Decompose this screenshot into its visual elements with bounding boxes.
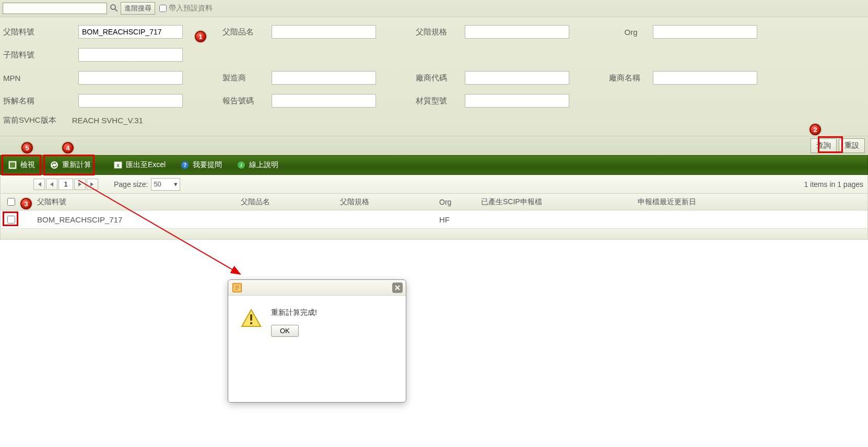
- label-report-no: 報告號碼: [219, 96, 272, 106]
- refresh-icon: [50, 160, 59, 170]
- pager-prev-button[interactable]: [46, 179, 57, 190]
- page-size-select[interactable]: 50 ▾: [151, 178, 180, 191]
- chevron-down-icon: ▾: [174, 180, 178, 188]
- pager-next-button[interactable]: [74, 179, 86, 190]
- ask-label: 我要提問: [193, 160, 222, 170]
- svg-text:?: ?: [183, 162, 186, 168]
- disasm-name-input[interactable]: [78, 94, 183, 108]
- annotation-1: 1: [195, 31, 206, 42]
- material-model-input[interactable]: [465, 94, 569, 108]
- question-icon: ?: [180, 160, 190, 170]
- report-no-input[interactable]: [272, 94, 376, 108]
- query-button[interactable]: 查詢: [811, 138, 837, 153]
- current-svhc-value: REACH SVHC_V.31: [72, 116, 143, 125]
- svg-point-0: [111, 5, 115, 9]
- export-excel-label: 匯出至Excel: [126, 160, 166, 170]
- recalc-label: 重新計算: [62, 160, 91, 170]
- col-scip-gen[interactable]: 已產生SCIP申報檔: [481, 197, 638, 207]
- excel-icon: X: [113, 160, 123, 170]
- grid-header: 父階料號 父階品名 父階規格 Org 已產生SCIP申報檔 申報檔最近更新日: [0, 194, 868, 210]
- label-manufacturer: 製造商: [219, 73, 272, 83]
- ask-question-button[interactable]: ? 我要提問: [173, 156, 229, 174]
- label-org: Org: [606, 28, 653, 37]
- vendor-name-input[interactable]: [653, 71, 757, 85]
- export-excel-button[interactable]: X 匯出至Excel: [106, 156, 173, 174]
- view-label: 檢視: [20, 160, 35, 170]
- load-default-checkbox[interactable]: [159, 5, 167, 12]
- annotation-5: 5: [21, 142, 33, 154]
- table-row[interactable]: 3 BOM_REACHSCIP_717 HF: [0, 210, 868, 228]
- view-icon: [8, 160, 17, 170]
- annotation-4: 4: [62, 142, 74, 154]
- cell-org: HF: [439, 215, 481, 224]
- advanced-search-button[interactable]: 進階搜尋: [121, 2, 155, 15]
- org-input[interactable]: [653, 25, 757, 39]
- pager-page-input[interactable]: [58, 179, 73, 190]
- label-vendor-code: 廠商代碼: [413, 73, 465, 83]
- info-icon: i: [237, 160, 246, 170]
- parent-spec-input[interactable]: [465, 25, 569, 39]
- col-org[interactable]: Org: [439, 198, 481, 206]
- pager-row: Page size: 50 ▾ 1 items in 1 pages: [0, 175, 868, 194]
- select-all-checkbox[interactable]: [7, 198, 15, 206]
- label-current-svhc: 當前SVHC版本: [3, 115, 56, 125]
- online-help-button[interactable]: i 線上說明: [229, 156, 286, 174]
- svg-text:i: i: [241, 162, 242, 168]
- col-parent-pn[interactable]: 父階料號: [21, 197, 241, 207]
- view-button[interactable]: 檢視: [1, 156, 42, 174]
- svg-text:X: X: [116, 163, 120, 168]
- annotation-3: 3: [20, 198, 32, 209]
- query-bar: 2 查詢 重設: [0, 136, 868, 155]
- label-material-model: 材質型號: [413, 96, 465, 106]
- pager-items-info: 1 items in 1 pages: [804, 180, 863, 189]
- row-checkbox[interactable]: [7, 216, 15, 224]
- mpn-input[interactable]: [78, 71, 183, 85]
- results-toolbar: 5 4 檢視 重新計算 X 匯出至Excel ? 我要提問 i 線上說明: [0, 155, 868, 175]
- cell-parent-pn: BOM_REACHSCIP_717: [21, 215, 241, 224]
- svg-rect-3: [10, 162, 15, 168]
- col-parent-spec[interactable]: 父階規格: [340, 197, 439, 207]
- grid-footer: [0, 228, 868, 240]
- pager-first-button[interactable]: [33, 179, 45, 190]
- col-parent-name[interactable]: 父階品名: [241, 197, 340, 207]
- label-vendor-name: 廠商名稱: [606, 73, 653, 83]
- child-pn-input[interactable]: [78, 48, 183, 62]
- manufacturer-input[interactable]: [272, 71, 376, 85]
- load-default-text: 帶入預設資料: [169, 4, 213, 13]
- vendor-code-input[interactable]: [465, 71, 569, 85]
- svg-point-4: [51, 161, 58, 169]
- help-label: 線上說明: [249, 160, 278, 170]
- label-parent-spec: 父階規格: [413, 27, 465, 37]
- load-default-label: 帶入預設資料: [159, 4, 213, 13]
- label-child-pn: 子階料號: [0, 50, 78, 60]
- label-mpn: MPN: [0, 74, 78, 83]
- label-parent-name: 父階品名: [219, 27, 272, 37]
- top-search-strip: 進階搜尋 帶入預設資料: [0, 0, 868, 17]
- pager-last-button[interactable]: [87, 179, 98, 190]
- annotation-2: 2: [810, 124, 821, 135]
- col-scip-date[interactable]: 申報檔最近更新日: [638, 197, 867, 207]
- recalculate-button[interactable]: 重新計算: [42, 156, 99, 174]
- label-disasm-name: 拆解名稱: [0, 96, 78, 106]
- quick-search-input[interactable]: [3, 3, 107, 14]
- reset-button[interactable]: 重設: [839, 138, 865, 153]
- search-form: 父階料號 1 父階品名 父階規格 Org 子階料號 MPN 製造商 廠商代碼 廠…: [0, 17, 868, 136]
- page-size-value: 50: [154, 180, 161, 188]
- label-parent-pn: 父階料號: [0, 27, 78, 37]
- page-size-label: Page size:: [114, 180, 148, 189]
- parent-name-input[interactable]: [272, 25, 376, 39]
- parent-pn-input[interactable]: [78, 25, 183, 39]
- search-icon[interactable]: [109, 3, 119, 14]
- svg-line-1: [115, 9, 118, 11]
